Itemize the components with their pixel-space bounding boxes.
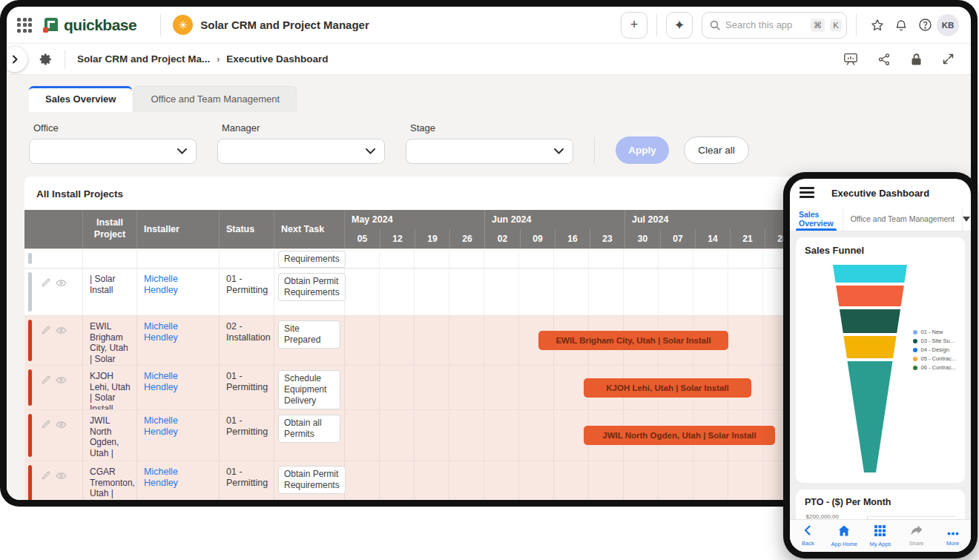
week-tick: 09 <box>520 229 555 248</box>
lock-icon[interactable] <box>910 53 923 66</box>
gantt-bar[interactable]: JWIL North Ogden, Utah | Solar Install <box>584 426 775 445</box>
cell-installer-link[interactable] <box>137 249 220 268</box>
cell-installer-link[interactable]: Michelle Hendley <box>137 366 220 409</box>
nav-more[interactable]: More <box>934 520 971 552</box>
sidebar-expand-button[interactable] <box>7 47 27 72</box>
filter-field-manager: Manager <box>217 122 385 164</box>
app-title: Solar CRM and Project Manager <box>200 19 369 31</box>
nav-app-home[interactable]: App Home <box>826 520 863 552</box>
legend-label: 06 - Contrac... <box>920 364 956 371</box>
share-icon <box>911 525 923 538</box>
more-icon <box>947 525 959 538</box>
next-task-box[interactable]: Obtain Permit Requirements <box>278 466 346 494</box>
edit-pencil-icon[interactable] <box>41 375 51 386</box>
page-toolbar: Solar CRM and Project Ma... › Executive … <box>7 44 971 75</box>
clear-all-button[interactable]: Clear all <box>684 136 749 164</box>
global-topbar: quickbase ✳ Solar CRM and Project Manage… <box>7 7 971 44</box>
view-eye-icon[interactable] <box>56 375 67 386</box>
present-mode-icon[interactable] <box>843 53 858 66</box>
hamburger-menu-icon[interactable] <box>800 187 814 200</box>
settings-gear-icon[interactable] <box>39 53 53 66</box>
divider <box>160 14 161 36</box>
next-task-box[interactable]: Requirements <box>278 251 346 268</box>
next-task-box[interactable]: Site Prepared <box>278 320 340 349</box>
week-tick: 05 <box>345 229 380 248</box>
mobile-tabs-dropdown-icon[interactable] <box>962 207 971 231</box>
week-tick: 12 <box>380 229 415 248</box>
mobile-tabs: Sales Overview Office and Team Managemen… <box>790 207 971 231</box>
legend-dot <box>913 357 917 361</box>
filter-select-office[interactable] <box>29 139 197 164</box>
breadcrumb-separator: › <box>217 54 220 65</box>
funnel-chart-svg <box>825 265 914 472</box>
filter-select-stage[interactable] <box>406 139 573 164</box>
gantt-bar[interactable]: EWIL Brigham City, Utah | Solar Install <box>538 331 728 350</box>
ai-sparkle-button[interactable]: ✦ <box>666 12 693 39</box>
share-icon[interactable] <box>877 53 891 66</box>
edit-pencil-icon[interactable] <box>41 419 51 430</box>
view-eye-icon[interactable] <box>56 470 67 481</box>
app-switcher-icon[interactable] <box>17 18 32 33</box>
view-eye-icon[interactable] <box>56 325 67 336</box>
cell-installer-link[interactable]: Michelle Hendley <box>137 316 220 365</box>
filter-label: Manager <box>222 122 385 134</box>
view-eye-icon[interactable] <box>56 277 67 289</box>
dashboard-tabs: Sales Overview Office and Team Managemen… <box>29 86 971 112</box>
header-status[interactable]: Status <box>220 210 274 248</box>
user-avatar[interactable]: KB <box>937 14 959 36</box>
cell-installer-link[interactable]: Michelle Hendley <box>137 410 220 461</box>
edit-pencil-icon[interactable] <box>41 277 51 289</box>
header-install-project[interactable]: Install Project <box>83 210 137 248</box>
filter-field-stage: Stage <box>406 122 573 164</box>
add-button[interactable]: + <box>621 12 647 39</box>
week-row: 02091623 <box>485 229 624 248</box>
favorites-star-icon[interactable] <box>866 13 889 37</box>
nav-back[interactable]: Back <box>790 520 826 552</box>
tab-sales-overview[interactable]: Sales Overview <box>29 86 132 112</box>
edit-pencil-icon[interactable] <box>41 470 51 481</box>
help-icon[interactable] <box>913 13 937 37</box>
nav-label: My Apps <box>870 541 891 547</box>
cell-install-project: CGAR Tremonton, Utah | Solar Install <box>83 461 137 500</box>
gantt-bar[interactable]: KJOH Lehi, Utah | Solar Install <box>584 378 751 398</box>
mobile-tab-sales-overview[interactable]: Sales Overview <box>790 207 843 231</box>
apply-button[interactable]: Apply <box>616 136 669 164</box>
header-installer[interactable]: Installer <box>137 210 220 248</box>
next-task-box[interactable]: Obtain Permit Requirements <box>278 273 346 301</box>
notifications-bell-icon[interactable] <box>889 13 913 37</box>
nav-share[interactable]: Share <box>898 520 934 552</box>
chevron-right-icon <box>10 55 19 64</box>
quickbase-logo[interactable]: quickbase <box>42 16 136 34</box>
chevron-down-icon <box>366 148 375 154</box>
search-input[interactable] <box>725 19 805 30</box>
week-tick: 07 <box>660 229 695 248</box>
home-icon <box>838 525 850 539</box>
next-task-box[interactable]: Schedule Equipment Delivery <box>278 370 340 409</box>
cell-install-project: JWIL North Ogden, Utah | Solar Install <box>83 410 137 461</box>
month-group: May 202405121926 <box>345 210 484 248</box>
cell-installer-link[interactable]: Michelle Hendley <box>137 269 220 315</box>
header-next-task[interactable]: Next Task <box>274 210 345 248</box>
week-row: 3007142128 <box>625 229 800 248</box>
filter-select-manager[interactable] <box>217 139 385 164</box>
tab-office-team-management[interactable]: Office and Team Management <box>134 86 297 112</box>
next-task-box[interactable]: Obtain all Permits <box>278 415 340 443</box>
view-eye-icon[interactable] <box>56 419 67 430</box>
mobile-tab-office-team[interactable]: Office and Team Management <box>843 207 962 231</box>
cell-installer-link[interactable]: Michelle Hendley <box>137 461 220 500</box>
row-controls-cell <box>24 410 83 461</box>
breadcrumb-app[interactable]: Solar CRM and Project Ma... <box>77 53 210 65</box>
divider <box>856 14 857 36</box>
back-icon <box>802 525 813 538</box>
edit-pencil-icon[interactable] <box>41 325 51 336</box>
gridline <box>867 516 956 517</box>
legend-label: 05 - Contrac... <box>920 355 956 362</box>
search-box[interactable]: ⌘ K <box>702 12 847 39</box>
week-tick: 02 <box>485 229 520 248</box>
mobile-preview: Executive Dashboard Sales Overview Offic… <box>790 179 971 552</box>
screenshot-stage: quickbase ✳ Solar CRM and Project Manage… <box>0 0 979 560</box>
legend-item: 03 - Site Su... <box>913 337 956 344</box>
cell-next-task: Requirements <box>274 249 345 268</box>
nav-my-apps[interactable]: My Apps <box>863 520 899 552</box>
fullscreen-icon[interactable] <box>942 53 955 65</box>
